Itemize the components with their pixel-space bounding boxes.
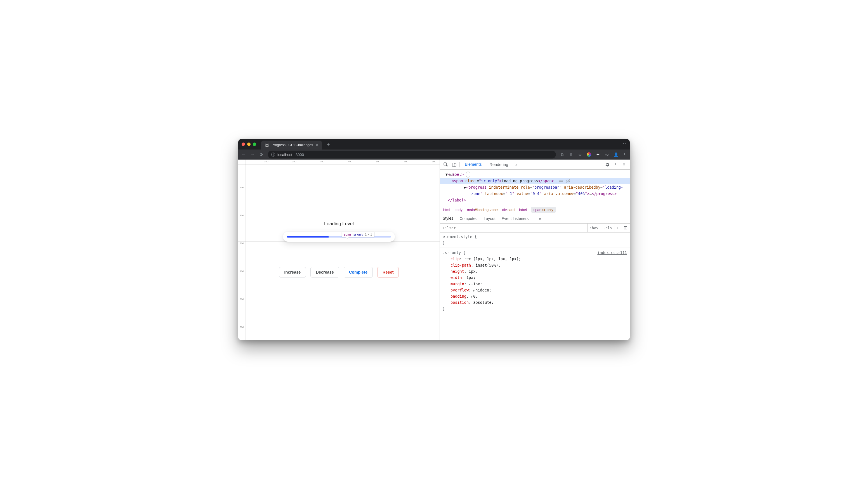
devtools-close-icon[interactable]: ✕ xyxy=(620,160,628,169)
css-source-link[interactable]: index.css:111 xyxy=(597,250,627,256)
devtools-menu-icon[interactable]: ⋮ xyxy=(611,160,620,169)
crumb-body[interactable]: body xyxy=(455,207,463,212)
svg-rect-2 xyxy=(454,164,456,166)
elements-tree[interactable]: ▼<label> grid<span class="sr-only">Loadi… xyxy=(440,170,630,206)
reload-icon[interactable]: ⟳ xyxy=(259,152,264,157)
extension-color-icon[interactable] xyxy=(587,152,591,157)
browser-window: 🦝 Progress | GUI Challenges ✕ ＋ ﹀ ← → ⟳ … xyxy=(238,139,630,340)
devtools-panel: Elements Rendering » ⋮ ✕ ▼<label> grid<s… xyxy=(440,160,630,340)
window-controls xyxy=(242,142,256,146)
window-close-button[interactable] xyxy=(242,142,245,146)
tab-elements[interactable]: Elements xyxy=(461,160,486,169)
toolbar: ← → ⟳ i localhost:3000 ⧉ ⇪ ☆ ✦ ≡♪ 👤 ⋮ xyxy=(238,150,630,160)
complete-button[interactable]: Complete xyxy=(344,267,373,278)
subtab-computed[interactable]: Computed xyxy=(460,214,477,223)
styles-tabbar: Styles Computed Layout Event Listeners » xyxy=(440,214,630,224)
toggle-sidebar-icon[interactable] xyxy=(621,224,630,232)
hov-toggle[interactable]: :hov xyxy=(587,224,601,232)
page-content: Loading Level span.sr-only 1 × 1 Increas… xyxy=(238,160,440,340)
reset-button[interactable]: Reset xyxy=(377,267,399,278)
reading-list-icon[interactable]: ≡♪ xyxy=(604,152,609,157)
inspect-tooltip: span.sr-only 1 × 1 xyxy=(342,232,374,237)
inspect-element-icon[interactable] xyxy=(441,160,450,169)
page-viewport: 100200300400500600700 100200300400500600… xyxy=(238,160,440,340)
tab-close-icon[interactable]: ✕ xyxy=(315,143,318,147)
styles-filterbar: :hov .cls + xyxy=(440,224,630,232)
cls-toggle[interactable]: .cls xyxy=(601,224,614,232)
crumb-label[interactable]: label xyxy=(519,207,527,212)
styles-filter-input[interactable] xyxy=(440,226,587,230)
styles-pane[interactable]: element.style {}.sr-only {index.css:111c… xyxy=(440,232,630,340)
page-title: Loading Level xyxy=(324,221,354,227)
device-toggle-icon[interactable] xyxy=(450,160,458,169)
toolbar-actions: ⧉ ⇪ ☆ ✦ ≡♪ 👤 ⋮ xyxy=(560,152,627,157)
button-row: Increase Decrease Complete Reset xyxy=(279,267,399,278)
crumb-main-loading-zone[interactable]: main#loading-zone xyxy=(467,207,498,212)
forward-icon[interactable]: → xyxy=(250,152,255,157)
crumb-html[interactable]: html xyxy=(443,207,450,212)
decrease-button[interactable]: Decrease xyxy=(310,267,339,278)
url-bar[interactable]: i localhost:3000 xyxy=(268,151,556,158)
site-info-icon[interactable]: i xyxy=(271,153,275,157)
browser-tab[interactable]: 🦝 Progress | GUI Challenges ✕ xyxy=(261,140,322,150)
progress-track xyxy=(287,236,391,237)
extensions-icon[interactable]: ✦ xyxy=(596,152,600,157)
tooltip-class: .sr-only xyxy=(352,233,363,236)
browser-menu-icon[interactable]: ⋮ xyxy=(622,152,627,157)
progress-fill xyxy=(287,236,329,237)
devtools-settings-icon[interactable] xyxy=(603,160,611,169)
crumb-div-card[interactable]: div.card xyxy=(502,207,515,212)
tab-title: Progress | GUI Challenges xyxy=(272,143,313,147)
subtab-layout[interactable]: Layout xyxy=(484,214,496,223)
titlebar: 🦝 Progress | GUI Challenges ✕ ＋ ﹀ xyxy=(238,139,630,150)
share-icon[interactable]: ⇪ xyxy=(569,152,573,157)
content-area: 100200300400500600700 100200300400500600… xyxy=(238,160,630,340)
subtab-styles[interactable]: Styles xyxy=(443,214,453,223)
window-maximize-button[interactable] xyxy=(253,142,256,146)
elements-breadcrumb[interactable]: htmlbodymain#loading-zonediv.cardlabelsp… xyxy=(440,206,630,214)
tabs-more-icon[interactable]: » xyxy=(512,160,520,169)
tabs-overflow-icon[interactable]: ﹀ xyxy=(622,142,626,147)
tooltip-dimensions: 1 × 1 xyxy=(365,233,372,236)
new-tab-button[interactable]: ＋ xyxy=(326,141,331,148)
url-host: localhost xyxy=(277,153,292,157)
progress-card xyxy=(283,232,395,242)
devtools-tabbar: Elements Rendering » ⋮ ✕ xyxy=(440,160,630,170)
window-minimize-button[interactable] xyxy=(247,142,251,146)
back-icon[interactable]: ← xyxy=(241,152,246,157)
increase-button[interactable]: Increase xyxy=(279,267,306,278)
subtab-listeners[interactable]: Event Listeners xyxy=(502,214,529,223)
crumb-span-sr-only[interactable]: span.sr-only xyxy=(531,207,556,213)
svg-rect-3 xyxy=(624,227,627,229)
subtabs-more-icon[interactable]: » xyxy=(536,214,544,223)
profile-icon[interactable]: 👤 xyxy=(614,152,618,157)
new-rule-button[interactable]: + xyxy=(614,224,621,232)
url-port: :3000 xyxy=(294,153,304,157)
tab-favicon-icon: 🦝 xyxy=(265,143,269,147)
tab-rendering[interactable]: Rendering xyxy=(486,160,512,169)
open-external-icon[interactable]: ⧉ xyxy=(560,152,564,157)
tooltip-tag: span xyxy=(344,233,351,236)
bookmark-icon[interactable]: ☆ xyxy=(578,152,582,157)
